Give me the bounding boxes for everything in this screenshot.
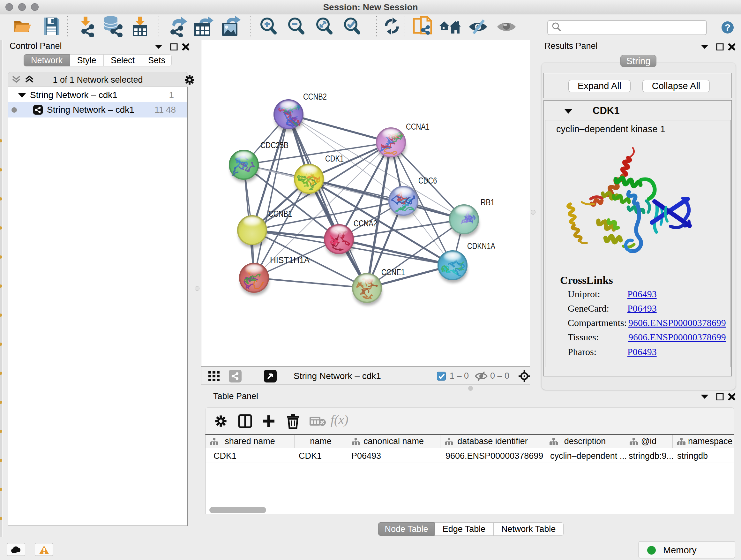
svg-text:CCNB2: CCNB2	[303, 92, 327, 102]
svg-text:CCNB1: CCNB1	[268, 209, 292, 219]
svg-text:HIST1H1A: HIST1H1A	[270, 255, 310, 265]
svg-text:RB1: RB1	[481, 198, 495, 207]
svg-text:CDKN1A: CDKN1A	[467, 241, 495, 251]
svg-text:CDK1: CDK1	[325, 154, 344, 164]
svg-text:CCNA1: CCNA1	[406, 122, 429, 132]
svg-text:CCNE1: CCNE1	[381, 267, 405, 277]
svg-text:CDC25B: CDC25B	[260, 140, 288, 150]
svg-text:CCNA2: CCNA2	[354, 219, 377, 228]
svg-text:CDC6: CDC6	[418, 176, 437, 186]
